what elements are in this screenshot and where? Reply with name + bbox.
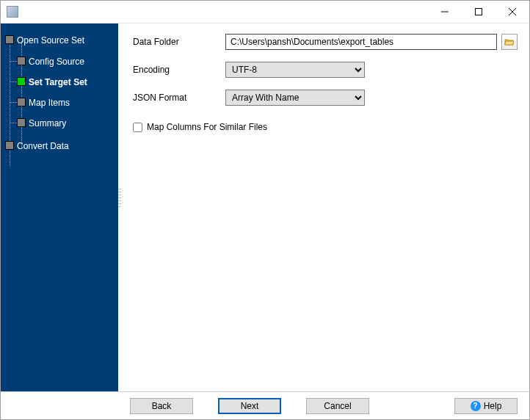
help-button[interactable]: ? Help [454,398,518,414]
sidebar-item-label: Map Items [29,98,70,108]
browse-folder-button[interactable] [501,34,518,50]
wizard-steps-tree: Open Source Set Config Source Set Target… [1,29,118,157]
step-marker-icon [17,57,26,65]
cancel-button[interactable]: Cancel [306,398,369,414]
sidebar-item-label: Config Source [29,57,84,67]
encoding-select[interactable]: UTF-8 [225,62,365,78]
back-button[interactable]: Back [130,398,193,414]
svg-rect-1 [476,9,482,15]
close-button[interactable] [495,1,529,23]
sidebar-item-config-source[interactable]: Config Source [1,51,118,72]
sidebar-item-summary[interactable]: Summary [1,113,118,134]
button-label: Cancel [324,401,351,411]
map-columns-checkbox[interactable] [133,123,142,132]
titlebar [1,1,529,23]
sidebar-item-convert-data[interactable]: Convert Data [1,135,118,157]
sidebar-item-label: Open Source Set [17,35,84,46]
sidebar-item-label: Set Target Set [29,77,87,87]
encoding-label: Encoding [133,65,221,75]
folder-open-icon [504,37,515,46]
app-icon [7,6,18,18]
next-button[interactable]: Next [218,398,281,414]
sidebar-item-label: Convert Data [17,141,69,151]
json-format-label: JSON Format [133,93,221,103]
step-marker-icon [5,35,14,44]
step-marker-icon [17,77,26,86]
minimize-button[interactable] [428,1,462,23]
main-panel: Data Folder Encoding UTF-8 JSON Format A… [121,23,529,391]
wizard-footer: Back Next Cancel ? Help [1,391,529,419]
data-folder-label: Data Folder [133,37,221,47]
help-icon: ? [471,401,481,411]
step-marker-icon [17,98,26,106]
sidebar-item-map-items[interactable]: Map Items [1,93,118,113]
button-label: Help [484,401,502,411]
wizard-sidebar: Open Source Set Config Source Set Target… [1,23,118,391]
button-label: Back [152,401,172,411]
sidebar-item-set-target-set[interactable]: Set Target Set [1,72,118,93]
map-columns-label: Map Columns For Similar Files [147,122,267,132]
sidebar-item-label: Summary [29,118,66,128]
maximize-button[interactable] [462,1,495,23]
json-format-select[interactable]: Array With Name [225,90,365,106]
step-marker-icon [5,141,14,150]
data-folder-input[interactable] [225,34,497,50]
step-marker-icon [17,118,26,127]
sidebar-item-open-source-set[interactable]: Open Source Set [1,29,118,51]
button-label: Next [241,401,259,411]
